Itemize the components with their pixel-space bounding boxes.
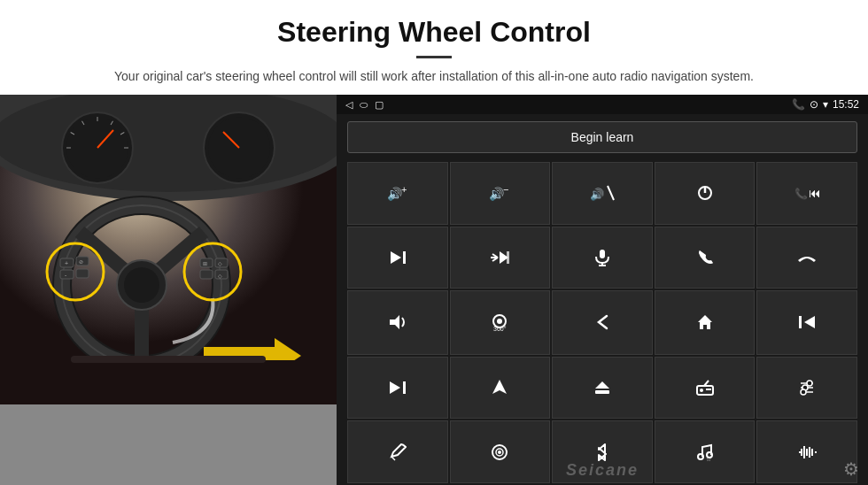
fast-forward-cell[interactable] (450, 227, 551, 289)
navigation-cell[interactable] (450, 357, 551, 420)
svg-text:⏮: ⏮ (809, 186, 819, 200)
page-container: Steering Wheel Control Your original car… (0, 0, 868, 485)
vol-down-cell[interactable]: 🔊− (450, 162, 551, 225)
header-section: Steering Wheel Control Your original car… (0, 0, 868, 95)
svg-marker-72 (595, 381, 609, 389)
svg-rect-58 (507, 251, 509, 264)
eject-cell[interactable] (552, 357, 653, 420)
svg-point-2 (0, 95, 337, 192)
svg-rect-76 (706, 389, 711, 390)
back-icon[interactable]: ◁ (345, 99, 353, 111)
svg-rect-59 (600, 250, 605, 258)
svg-point-23 (124, 267, 159, 303)
svg-rect-26 (60, 270, 74, 279)
music-cell[interactable]: ☆ (655, 420, 756, 483)
svg-text:◇: ◇ (218, 261, 222, 266)
recent-apps-icon[interactable]: ▢ (375, 99, 384, 111)
bluetooth-cell[interactable] (552, 420, 653, 483)
svg-rect-40 (0, 360, 337, 404)
vol-up-cell[interactable]: 🔊+ (347, 162, 448, 225)
back-nav-cell[interactable] (552, 290, 653, 355)
car-image-container: + - ⊘ ⊞ ◇ ◇ (0, 95, 337, 485)
svg-point-87 (498, 450, 501, 454)
page-title: Steering Wheel Control (53, 16, 815, 49)
status-left: ◁ ⬭ ▢ (345, 99, 384, 111)
svg-line-47 (608, 186, 614, 200)
icon-grid: 🔊+ 🔊− 🔊 (337, 160, 868, 485)
rewind-cell[interactable] (756, 290, 857, 355)
svg-marker-52 (391, 251, 401, 264)
svg-marker-71 (492, 380, 507, 394)
home-circle-icon[interactable]: ⬭ (360, 99, 368, 111)
svg-rect-69 (403, 381, 406, 394)
svg-rect-53 (403, 251, 406, 264)
svg-line-84 (391, 457, 395, 460)
location-icon: ⊙ (810, 98, 818, 111)
power-cell[interactable] (655, 162, 756, 225)
svg-marker-66 (698, 315, 712, 329)
call-prev-cell[interactable]: 📞 ⏮ (756, 162, 857, 225)
phone-call-cell[interactable] (655, 227, 756, 289)
mic-cell[interactable] (552, 227, 653, 289)
wave-cell[interactable] (756, 420, 857, 483)
mute-cell[interactable]: 🔊 (552, 162, 653, 225)
svg-point-83 (801, 389, 806, 395)
settings-gear-icon[interactable]: ⚙ (843, 458, 859, 480)
svg-marker-62 (390, 315, 399, 329)
next-track-cell[interactable] (347, 227, 448, 289)
svg-point-88 (698, 454, 703, 459)
time-display: 15:52 (833, 98, 859, 111)
fast-forward2-cell[interactable] (347, 357, 448, 420)
svg-marker-70 (390, 381, 400, 394)
svg-rect-41 (71, 356, 266, 363)
svg-text:⊞: ⊞ (203, 261, 207, 266)
radio-panel: ◁ ⬭ ▢ 📞 ⊙ ▾ 15:52 Begin learn 🔊+ (337, 95, 868, 485)
svg-text:◇: ◇ (218, 273, 222, 279)
speaker-cell[interactable] (347, 290, 448, 355)
camera360-cell[interactable]: 360° (450, 290, 551, 355)
status-right: 📞 ⊙ ▾ 15:52 (792, 98, 859, 111)
svg-marker-68 (804, 316, 815, 328)
home-nav-cell[interactable] (655, 290, 756, 355)
svg-text:360°: 360° (493, 326, 507, 332)
svg-point-64 (497, 319, 502, 324)
title-divider (416, 56, 452, 58)
svg-text:+: + (401, 184, 407, 195)
radio-cell[interactable] (655, 357, 756, 420)
svg-rect-34 (200, 270, 213, 279)
status-bar: ◁ ⬭ ▢ 📞 ⊙ ▾ 15:52 (337, 95, 868, 114)
svg-text:🔊: 🔊 (590, 187, 605, 202)
svg-point-81 (807, 381, 812, 386)
svg-rect-73 (595, 390, 609, 394)
svg-text:+: + (65, 260, 68, 266)
target-cell[interactable] (450, 420, 551, 483)
phone-status-icon: 📞 (792, 98, 805, 111)
svg-text:☆: ☆ (706, 456, 711, 461)
svg-rect-67 (799, 316, 802, 328)
equalizer-cell[interactable] (756, 357, 857, 420)
subtitle-text: Your original car's steering wheel contr… (71, 67, 797, 86)
begin-learn-button[interactable]: Begin learn (347, 121, 857, 153)
content-section: + - ⊘ ⊞ ◇ ◇ (0, 95, 868, 485)
wifi-icon: ▾ (823, 98, 828, 111)
svg-text:📞: 📞 (794, 187, 808, 200)
pencil-cell[interactable] (347, 420, 448, 483)
svg-text:−: − (503, 184, 508, 195)
hang-up-cell[interactable] (756, 227, 857, 289)
svg-rect-30 (76, 269, 89, 278)
svg-text:⊘: ⊘ (79, 259, 83, 265)
svg-point-75 (700, 389, 703, 392)
